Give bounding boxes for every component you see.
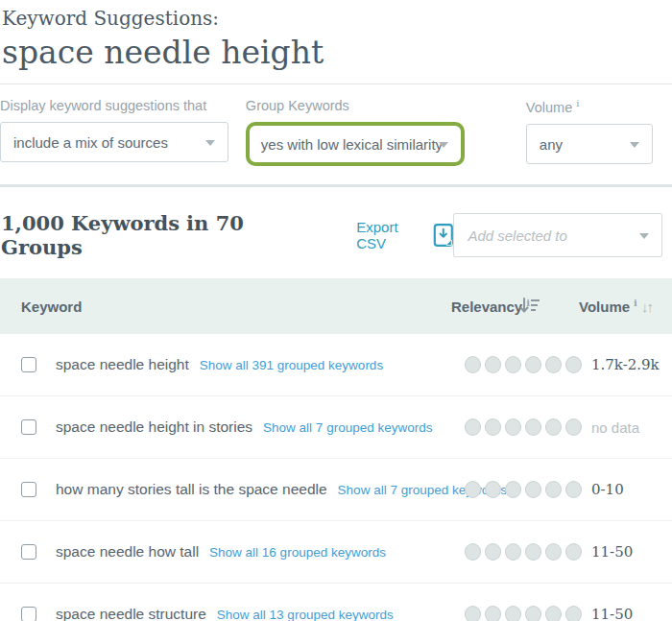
filter-volume: Volumei any: [526, 98, 653, 166]
filter-volume-label: Volumei: [526, 98, 653, 115]
keyword-text: space needle height: [56, 356, 189, 372]
download-file-icon: [433, 222, 454, 249]
column-volume: Volumei: [579, 298, 637, 315]
relevancy-dot: [465, 606, 481, 621]
relevancy-dot: [565, 481, 582, 498]
relevancy-dot: [525, 356, 541, 373]
chevron-down-icon: [439, 142, 448, 148]
divider-thick: [0, 184, 672, 187]
relevancy-dots: [465, 606, 586, 621]
filter-source: Display keyword suggestions that include…: [0, 98, 228, 166]
sort-updown-icon[interactable]: ↓↑: [641, 299, 652, 315]
relevancy-dot: [565, 418, 582, 436]
column-relevancy: Relevancyi: [451, 298, 530, 315]
volume-value: 11-50: [591, 606, 633, 621]
show-grouped-keywords-link[interactable]: Show all 16 grouped keywords: [209, 545, 386, 560]
chevron-down-icon: [639, 233, 649, 239]
keyword-cell: space needle height in storiesShow all 7…: [56, 418, 432, 436]
group-keywords-dropdown[interactable]: yes with low lexical similarity: [246, 122, 465, 166]
relevancy-dots: [465, 543, 586, 561]
relevancy-dot: [485, 418, 501, 436]
keyword-cell: space needle heightShow all 391 grouped …: [56, 356, 383, 373]
filter-bar: Display keyword suggestions that include…: [0, 84, 672, 166]
volume-value: 0-10: [591, 481, 624, 498]
keyword-suggestions-page: Keyword Suggestions: space needle height…: [0, 0, 672, 621]
relevancy-dot: [465, 418, 481, 436]
relevancy-dot: [565, 543, 582, 561]
table-row: how many stories tall is the space needl…: [0, 459, 672, 521]
keyword-text: space needle how tall: [56, 543, 199, 560]
table-row: space needle height in storiesShow all 7…: [0, 396, 672, 459]
group-keywords-dropdown-value: yes with low lexical similarity: [261, 136, 443, 153]
add-selected-placeholder: Add selected to: [468, 227, 566, 244]
volume-value: 11-50: [591, 543, 633, 561]
filter-volume-label-text: Volume: [526, 100, 572, 115]
table-row: space needle how tallShow all 16 grouped…: [0, 521, 672, 584]
results-bar: 1,000 Keywordsin 70 Groups Export CSV Ad…: [0, 212, 672, 258]
relevancy-dot: [505, 356, 521, 373]
row-checkbox[interactable]: [21, 482, 36, 497]
page-title: space needle height: [2, 33, 672, 72]
info-icon[interactable]: i: [634, 298, 637, 308]
source-dropdown[interactable]: include a mix of sources: [0, 122, 228, 162]
relevancy-dot: [545, 356, 562, 373]
relevancy-dot: [505, 418, 521, 436]
column-relevancy-text: Relevancy: [451, 299, 522, 315]
relevancy-dot: [545, 418, 562, 436]
relevancy-dot: [525, 418, 541, 436]
filter-source-label: Display keyword suggestions that: [0, 98, 228, 113]
keyword-cell: how many stories tall is the space needl…: [56, 481, 507, 498]
volume-dropdown[interactable]: any: [526, 124, 653, 164]
relevancy-dot: [485, 356, 501, 373]
relevancy-dot: [525, 543, 541, 561]
export-csv-button[interactable]: Export CSV: [356, 219, 453, 251]
row-checkbox[interactable]: [21, 607, 36, 621]
keyword-cell: space needle structureShow all 13 groupe…: [56, 606, 394, 621]
page-header: Keyword Suggestions: space needle height: [0, 0, 672, 72]
volume-value: no data: [591, 419, 639, 436]
relevancy-dot: [565, 606, 582, 621]
source-dropdown-value: include a mix of sources: [13, 134, 168, 151]
relevancy-dot: [545, 543, 562, 561]
row-checkbox[interactable]: [21, 357, 36, 372]
chevron-down-icon: [205, 140, 215, 146]
relevancy-dot: [525, 481, 541, 498]
relevancy-dot: [565, 356, 582, 373]
filter-group-keywords: Group Keywords yes with low lexical simi…: [246, 98, 465, 166]
show-grouped-keywords-link[interactable]: Show all 13 grouped keywords: [217, 608, 394, 621]
relevancy-dot: [545, 481, 562, 498]
relevancy-dot: [505, 543, 521, 561]
column-volume-text: Volume: [579, 299, 630, 315]
relevancy-dots: [465, 356, 586, 373]
volume-value: 1.7k-2.9k: [591, 356, 660, 373]
page-eyebrow: Keyword Suggestions:: [2, 6, 672, 31]
relevancy-dot: [465, 356, 481, 373]
table-header: Keyword Relevancyi Volumei ↓↑: [0, 278, 672, 334]
volume-dropdown-value: any: [540, 136, 563, 153]
table-row: space needle heightShow all 391 grouped …: [0, 334, 672, 396]
relevancy-dot: [505, 606, 521, 621]
relevancy-dot: [465, 543, 481, 561]
add-selected-dropdown[interactable]: Add selected to: [453, 213, 662, 257]
info-icon[interactable]: i: [576, 98, 579, 108]
relevancy-dot: [525, 606, 541, 621]
relevancy-dot: [545, 606, 562, 621]
relevancy-dots: [465, 481, 586, 498]
row-checkbox[interactable]: [21, 544, 36, 560]
column-keyword: Keyword: [21, 299, 82, 315]
results-summary: 1,000 Keywordsin 70 Groups: [1, 211, 301, 259]
relevancy-dots: [465, 418, 586, 436]
sort-descending-icon[interactable]: [519, 298, 540, 315]
row-checkbox[interactable]: [21, 419, 36, 435]
keyword-text: space needle structure: [56, 606, 206, 621]
filter-group-label: Group Keywords: [246, 98, 465, 113]
relevancy-dot: [505, 481, 521, 498]
show-grouped-keywords-link[interactable]: Show all 391 grouped keywords: [200, 358, 383, 372]
relevancy-dot: [485, 606, 501, 621]
relevancy-dot: [465, 481, 481, 498]
table-row: space needle structureShow all 13 groupe…: [0, 584, 672, 621]
keyword-cell: space needle how tallShow all 16 grouped…: [56, 543, 386, 561]
show-grouped-keywords-link[interactable]: Show all 7 grouped keywords: [263, 420, 432, 435]
results-count: 1,000 Keywords: [1, 211, 180, 235]
chevron-down-icon: [630, 142, 639, 148]
